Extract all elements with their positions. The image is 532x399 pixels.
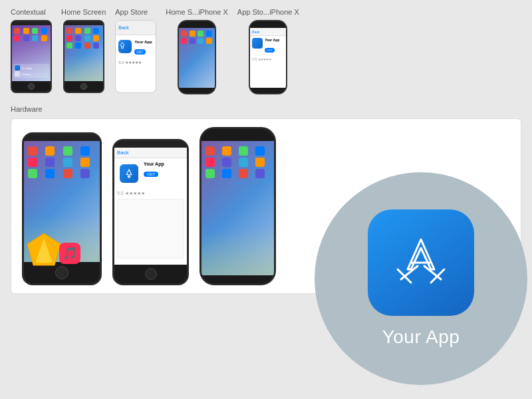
app-dots-xl: [205, 146, 270, 178]
app-dot-l: [28, 169, 37, 178]
as-screen-info: Your App GET: [141, 162, 184, 178]
app-dot-l: [222, 169, 231, 178]
app-dot: [66, 35, 72, 41]
home-button[interactable]: [28, 83, 35, 90]
app-dot-l: [63, 158, 72, 167]
app-dot: [23, 35, 29, 41]
iphonex-appstore: Back Your App GET 5.0 ★★★★★: [249, 20, 287, 94]
app-dot-l: [45, 158, 55, 167]
as-info-x: Your App GET: [265, 38, 279, 54]
app-dot-l: [255, 169, 265, 178]
chin-asx: [250, 88, 286, 93]
as-name-x: Your App: [265, 38, 279, 42]
app-dot: [198, 31, 203, 37]
app-dot: [75, 35, 81, 41]
app-dot-l: [28, 158, 37, 167]
as-screen-get-btn[interactable]: GET: [144, 172, 158, 177]
app-dot: [41, 28, 47, 34]
app-dot: [206, 38, 212, 44]
app-dot: [93, 43, 99, 49]
as-screen-stars: 5.0 ★★★★★: [114, 191, 187, 196]
as-back-btn[interactable]: Back: [118, 25, 129, 30]
app-dot-l: [45, 146, 55, 156]
contextual-overlay: Your App Settings: [13, 64, 49, 78]
as-screenshot-area: [117, 199, 184, 259]
home-button-m[interactable]: [145, 268, 157, 280]
app-dot-l: [45, 169, 55, 178]
app-dot: [181, 38, 187, 44]
home-button-l[interactable]: [55, 266, 68, 279]
iphonex-large-home: [200, 127, 276, 285]
app-dot: [14, 28, 20, 34]
status-bar-m-as: [114, 141, 187, 148]
app-dots-l-home: [28, 146, 96, 178]
app-dot-l: [255, 158, 265, 167]
homescreenx-label: Home S...iPhone X: [166, 8, 228, 16]
appstorex-label: App Sto...iPhone X: [237, 8, 299, 16]
app-dot-l: [80, 146, 90, 156]
as-body: Your App GET 5.0 ★★★★★: [116, 35, 156, 67]
app-dot: [75, 28, 81, 34]
app-dot: [84, 28, 90, 34]
homescreen-label: Home Screen: [61, 8, 106, 16]
app-dot: [84, 35, 90, 41]
screen-hsx: [179, 28, 215, 88]
app-dot-l: [239, 158, 248, 167]
app-store-logo-svg: [388, 229, 454, 296]
app-dot-l: [239, 146, 248, 156]
as-content-x: Your App GET: [250, 36, 286, 56]
as-screen-back[interactable]: Back: [117, 150, 129, 156]
flowers-xl: [201, 229, 274, 275]
notch-asx: [250, 21, 286, 28]
app-dot: [41, 35, 47, 41]
appstorex-group: App Sto...iPhone X Back Your App GET 5.0…: [237, 8, 299, 94]
app-dot: [32, 28, 38, 34]
app-dot: [93, 28, 99, 34]
homescreen-screen: [65, 25, 103, 81]
app-dot: [66, 28, 72, 34]
as-app-icon: [118, 40, 132, 53]
ctx-app-icon: [15, 65, 20, 70]
app-dot: [75, 43, 81, 49]
top-section: Contextual: [0, 0, 532, 100]
app-dot: [93, 35, 99, 41]
home-button-hs[interactable]: [80, 83, 87, 90]
app-dot-l: [222, 146, 231, 156]
homescreenx-group: Home S...iPhone X: [166, 8, 228, 94]
homescreen-group: Home Screen: [61, 8, 106, 94]
app-showcase-circle: Your App: [315, 172, 527, 385]
app-dot: [190, 38, 196, 44]
app-dot: [66, 43, 72, 49]
ctx-app-name: Your App: [21, 66, 32, 70]
app-dot: [14, 35, 20, 41]
contextual-group: Contextual: [11, 8, 52, 94]
as-app-row: Your App GET: [118, 38, 153, 58]
app-dot: [84, 43, 90, 49]
status-bar-l-home: [24, 134, 100, 141]
sketch-icon: [26, 232, 62, 267]
app-dot: [23, 28, 29, 34]
as-stars: 5.0 ★★★★★: [118, 60, 153, 65]
app-dot-l: [28, 146, 37, 156]
contextual-row-2: Settings: [15, 71, 48, 76]
as-header: Back: [116, 21, 156, 35]
app-dots-hs: [66, 28, 101, 49]
app-dot-l: [255, 146, 265, 156]
as-screen-appname: Your App: [144, 162, 184, 166]
iphonex-homescreen: [178, 20, 216, 94]
app-dot-l: [63, 146, 72, 156]
appstore-preview: Back Your App GET: [115, 20, 156, 93]
contextual-phone: Your App Settings: [11, 20, 52, 93]
as-get-x[interactable]: GET: [265, 48, 274, 53]
as-screen-row: Your App GET: [114, 158, 187, 189]
as-get-button[interactable]: GET: [134, 49, 145, 55]
screen-xl: [201, 141, 274, 275]
screen-m-as: Back Your App GET 5.0 ★★★★★: [114, 148, 187, 265]
app-dot-l: [80, 158, 90, 167]
notch-hsx: [179, 21, 215, 28]
app-dot-l: [205, 146, 215, 156]
notch-xl: [201, 129, 274, 141]
as-screen-icon: [120, 164, 138, 183]
as-stars-x: 5.0 ★★★★★: [250, 56, 286, 63]
contextual-label: Contextual: [11, 8, 46, 16]
